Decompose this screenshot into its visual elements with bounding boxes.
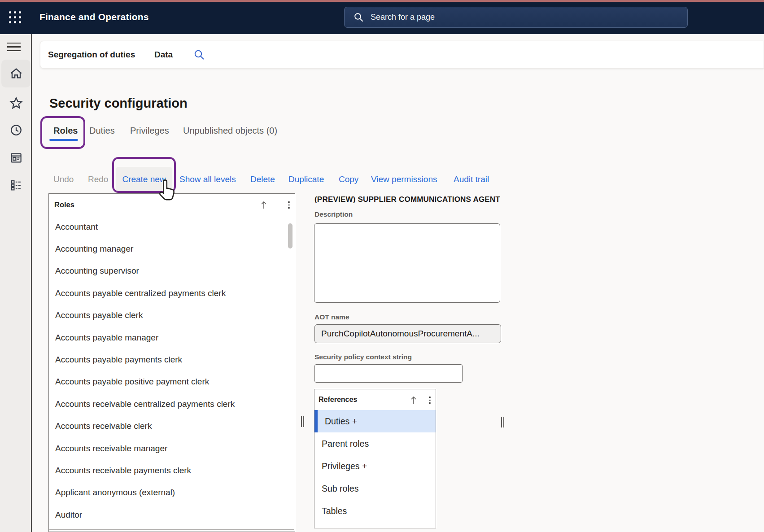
security-policy-field[interactable]: [314, 364, 463, 383]
page-title: Security configuration: [49, 96, 188, 111]
app-title: Finance and Operations: [39, 0, 149, 34]
role-list-item[interactable]: Accounts receivable centralized payments…: [49, 393, 287, 415]
references-more-options-icon[interactable]: [427, 396, 433, 405]
role-list-item[interactable]: Auditor: [49, 504, 287, 526]
tab-unpublished-objects-0-[interactable]: Unpublished objects (0): [183, 125, 277, 136]
sort-ascending-icon[interactable]: [260, 200, 268, 210]
reference-list-item[interactable]: Privileges +: [314, 455, 436, 477]
security-policy-label: Security policy context string: [314, 353, 412, 361]
role-list-item[interactable]: Accounts receivable clerk: [49, 415, 287, 437]
reference-list-item[interactable]: Parent roles: [314, 432, 436, 455]
aot-name-label: AOT name: [314, 313, 349, 321]
description-label: Description: [314, 210, 353, 218]
page-search-icon[interactable]: [193, 49, 205, 61]
sidebar-item-modules[interactable]: [1, 171, 31, 199]
toolbar-button-undo: Undo: [53, 173, 74, 186]
toolbar-button-redo: Redo: [88, 173, 108, 186]
tab-duties[interactable]: Duties: [89, 125, 115, 136]
role-list-item[interactable]: Accounts receivable payments clerk: [49, 459, 287, 481]
star-icon: [9, 96, 23, 110]
reference-list-item[interactable]: Tables: [314, 500, 436, 522]
global-search-input[interactable]: [370, 12, 687, 22]
references-panel-title: References: [319, 396, 357, 404]
global-search-box[interactable]: [344, 7, 688, 28]
breadcrumb-item-data[interactable]: Data: [154, 41, 173, 69]
tab-privileges[interactable]: Privileges: [130, 125, 169, 136]
breadcrumb: [40, 41, 764, 69]
splitter-gripper-right[interactable]: [501, 417, 506, 427]
references-sort-ascending-icon[interactable]: [410, 395, 418, 405]
roles-scrollbar-thumb[interactable]: [288, 223, 293, 249]
toolbar-button-audit-trail[interactable]: Audit trail: [454, 173, 489, 186]
roles-panel: Roles AccountantAccounting managerAccoun…: [48, 193, 295, 532]
roles-more-options-icon[interactable]: [286, 201, 292, 209]
sidebar-item-recent[interactable]: [1, 116, 31, 144]
role-list-item[interactable]: Accounts payable manager: [49, 327, 287, 349]
roles-panel-title: Roles: [54, 201, 74, 209]
roles-tab-annotation: [40, 116, 85, 149]
reference-list-item[interactable]: Duties +: [314, 410, 436, 432]
splitter-gripper-left[interactable]: [301, 416, 306, 427]
sidebar-item-home[interactable]: [1, 60, 31, 87]
role-list-item[interactable]: Accounts payable clerk: [49, 305, 287, 327]
sidebar-item-favorites[interactable]: [1, 89, 31, 117]
breadcrumb-item-segregation-of-duties[interactable]: Segregation of duties: [48, 41, 135, 69]
role-list-item[interactable]: Accounts payable centralized payments cl…: [49, 282, 287, 304]
cursor-hand-icon: [158, 179, 177, 202]
toolbar-button-delete[interactable]: Delete: [250, 173, 275, 186]
toolbar-button-duplicate[interactable]: Duplicate: [288, 173, 324, 186]
menu-icon[interactable]: [7, 43, 21, 51]
search-icon: [354, 12, 364, 22]
toolbar-button-show-all-levels[interactable]: Show all levels: [179, 173, 236, 186]
roles-panel-bottom-divider: [49, 529, 294, 530]
role-list-item[interactable]: Applicant anonymous (external): [49, 482, 287, 504]
window-icon: [9, 151, 23, 165]
clock-icon: [9, 123, 23, 137]
role-list-item[interactable]: Accounting manager: [49, 238, 287, 260]
aot-name-field[interactable]: [314, 324, 501, 343]
checklist-icon: [10, 179, 22, 192]
app-launcher-icon[interactable]: [9, 11, 21, 23]
role-list-item[interactable]: Accounts payable payments clerk: [49, 349, 287, 371]
role-list-item[interactable]: Accountant: [49, 216, 287, 238]
sidebar-item-workspaces[interactable]: [1, 144, 31, 172]
role-list-item[interactable]: Accounting supervisor: [49, 260, 287, 282]
toolbar-button-copy[interactable]: Copy: [339, 173, 358, 186]
home-icon: [9, 66, 23, 81]
role-list-item[interactable]: Accounts payable positive payment clerk: [49, 371, 287, 393]
references-panel: References Duties +Parent rolesPrivilege…: [314, 389, 436, 528]
toolbar-button-view-permissions[interactable]: View permissions: [371, 173, 437, 186]
reference-list-item[interactable]: Sub roles: [314, 477, 436, 500]
role-list-item[interactable]: Accounts receivable manager: [49, 437, 287, 459]
detail-title: (PREVIEW) SUPPLIER COMMUNICATIONS AGENT: [314, 195, 500, 204]
description-field[interactable]: [314, 223, 500, 303]
